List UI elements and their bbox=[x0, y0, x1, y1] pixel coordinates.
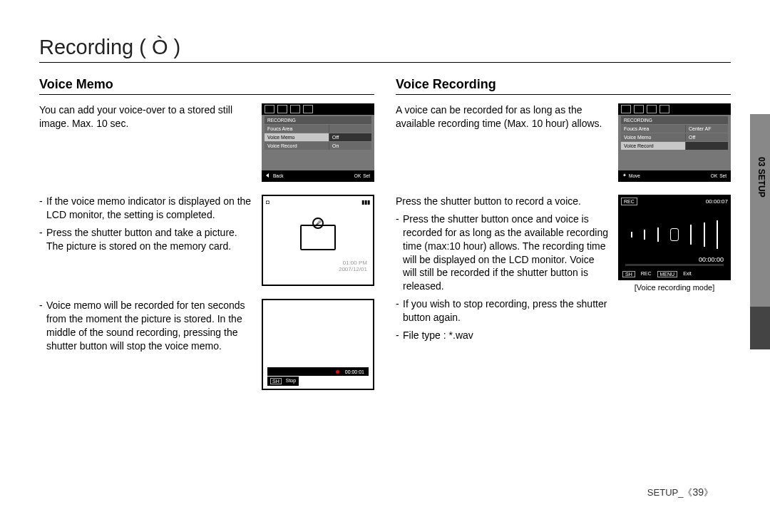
side-tab-accent bbox=[750, 307, 770, 349]
lcd-shoot-preview: ◘ ▮▮▮ 🎤 01:00 PM 2007/12/01 bbox=[262, 195, 374, 286]
lcd-voice-record-menu: RECORDING Foucs AreaCenter AF Voice Memo… bbox=[618, 103, 731, 182]
menu-voice-record: Voice Record bbox=[265, 142, 329, 150]
footer-page: 39 bbox=[692, 486, 704, 498]
lcd-ok: OK bbox=[354, 173, 361, 178]
waveform-icon bbox=[625, 220, 724, 249]
settings-icon bbox=[659, 105, 669, 113]
page-footer: SETUP_《39》 bbox=[647, 486, 713, 499]
voice-recording-column: Voice Recording A voice can be recorded … bbox=[396, 77, 731, 403]
voice-recording-intro: A voice can be recorded for as long as t… bbox=[396, 103, 610, 182]
rec-note-press-once: Press the shutter button once and voice … bbox=[403, 213, 610, 293]
memo-note-shutter: Press the shutter button and take a pict… bbox=[46, 226, 253, 253]
lcd-header: RECORDING bbox=[265, 116, 371, 124]
memo-note-indicator: If the voice memo indicator is displayed… bbox=[46, 195, 253, 222]
rec-badge: REC bbox=[621, 198, 637, 205]
shot-time: 01:00 PM bbox=[339, 260, 367, 267]
lcd-back: Back bbox=[273, 173, 283, 178]
exit-label: Exit bbox=[683, 271, 692, 277]
lcd-voice-recording-mode: REC 00:00:07 00:0 bbox=[618, 195, 731, 280]
battery-icon: ▮▮▮ bbox=[361, 199, 370, 205]
menu-focus-area: Foucs Area bbox=[265, 125, 329, 133]
mic-icon bbox=[670, 228, 679, 241]
remain-time: 00:00:00 bbox=[699, 256, 724, 263]
mode-icon: ◘ bbox=[266, 199, 270, 205]
voice-recording-heading: Voice Recording bbox=[396, 77, 731, 95]
menu-key: MENU bbox=[657, 271, 678, 277]
side-tab-bg bbox=[750, 114, 770, 307]
settings-icon bbox=[303, 105, 313, 113]
menu-focus-area: Foucs Area bbox=[621, 125, 685, 133]
lcd-set: Set bbox=[719, 173, 727, 178]
lcd-header: RECORDING bbox=[621, 116, 728, 124]
rec-timer: 00:00:01 bbox=[345, 369, 364, 374]
voice-memo-heading: Voice Memo bbox=[39, 77, 374, 95]
voice-mode-caption: [Voice recording mode] bbox=[618, 283, 731, 292]
menu-voice-memo: Voice Memo bbox=[265, 133, 329, 141]
elapsed-time: 00:00:07 bbox=[706, 198, 728, 205]
lcd-set: Set bbox=[363, 173, 370, 178]
sound-icon bbox=[277, 105, 287, 113]
rec-dot-icon bbox=[336, 370, 339, 374]
footer-section: SETUP_ bbox=[647, 487, 684, 498]
sh-key: SH bbox=[622, 271, 635, 277]
menu-voice-memo: Voice Memo bbox=[621, 133, 685, 141]
memo-note-tensec: Voice memo will be recorded for ten seco… bbox=[46, 299, 253, 353]
side-tab-label: 03 SETUP bbox=[756, 157, 766, 198]
rec-note-stop: If you wish to stop recording, press the… bbox=[403, 297, 610, 324]
display-icon bbox=[290, 105, 300, 113]
press-shutter-line: Press the shutter button to record a voi… bbox=[396, 195, 610, 208]
lcd-voice-memo-menu: RECORDING Foucs Area Voice MemoOff Voice… bbox=[262, 103, 374, 182]
camera-icon bbox=[621, 105, 631, 113]
focus-frame bbox=[300, 225, 336, 250]
sh-label: SH bbox=[270, 378, 282, 384]
voice-memo-column: Voice Memo You can add your voice-over t… bbox=[39, 77, 374, 403]
display-icon bbox=[647, 105, 657, 113]
lcd-move: Move bbox=[629, 173, 640, 178]
lcd-ok: OK bbox=[711, 173, 717, 178]
voice-memo-intro: You can add your voice-over to a stored … bbox=[39, 103, 253, 182]
page-title: Recording ( Ò ) bbox=[39, 36, 731, 63]
sound-icon bbox=[634, 105, 644, 113]
camera-icon bbox=[265, 105, 274, 113]
shot-date: 2007/12/01 bbox=[339, 266, 367, 273]
stop-label: Stop bbox=[286, 378, 296, 384]
lcd-memo-recording: 00:00:01 SHStop bbox=[262, 299, 374, 390]
rec-label: REC bbox=[641, 271, 652, 277]
rec-note-filetype: File type : *.wav bbox=[403, 329, 473, 342]
menu-voice-record: Voice Record bbox=[621, 142, 685, 150]
